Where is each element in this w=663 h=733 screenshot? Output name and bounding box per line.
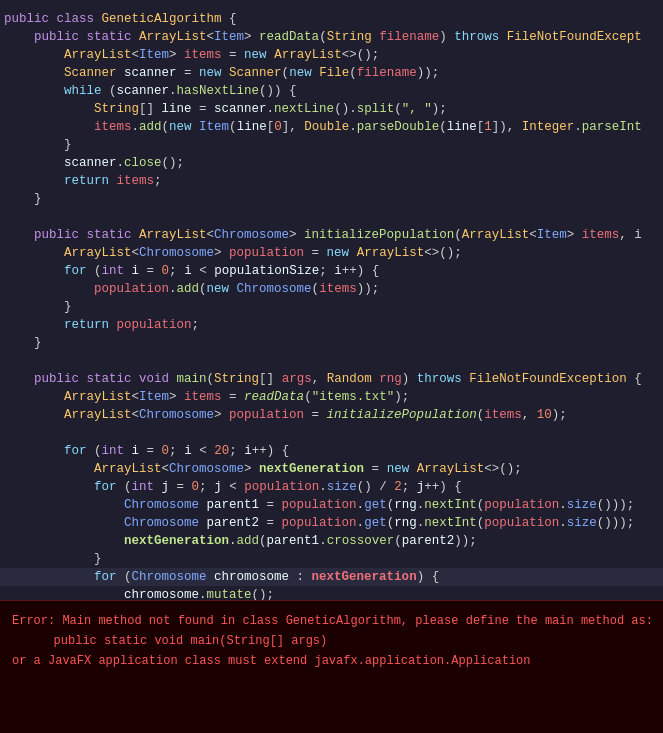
- code-line: [0, 424, 663, 442]
- code-line: public class GeneticAlgorithm {: [0, 10, 663, 28]
- code-line: [0, 208, 663, 226]
- code-line: Chromosome parent1 = population.get(rng.…: [0, 496, 663, 514]
- code-line: }: [0, 298, 663, 316]
- error-line-2: public static void main(String[] args): [12, 631, 651, 651]
- code-line: public static ArrayList<Chromosome> init…: [0, 226, 663, 244]
- error-line-3: or a JavaFX application class must exten…: [12, 651, 651, 671]
- code-line: Scanner scanner = new Scanner(new File(f…: [0, 64, 663, 82]
- code-line: nextGeneration.add(parent1.crossover(par…: [0, 532, 663, 550]
- code-line: ArrayList<Chromosome> population = new A…: [0, 244, 663, 262]
- code-line: ArrayList<Chromosome> population = initi…: [0, 406, 663, 424]
- code-editor: public class GeneticAlgorithm { public s…: [0, 0, 663, 600]
- code-line: for (int i = 0; i < 20; i++) {: [0, 442, 663, 460]
- code-line: }: [0, 334, 663, 352]
- code-line: return population;: [0, 316, 663, 334]
- code-line: }: [0, 190, 663, 208]
- code-line: Chromosome parent2 = population.get(rng.…: [0, 514, 663, 532]
- code-line: for (Chromosome chromosome : nextGenerat…: [0, 568, 663, 586]
- code-line: for (int i = 0; i < populationSize; i++)…: [0, 262, 663, 280]
- code-line: return items;: [0, 172, 663, 190]
- code-line: }: [0, 550, 663, 568]
- code-line: for (int j = 0; j < population.size() / …: [0, 478, 663, 496]
- error-line-1: Error: Main method not found in class Ge…: [12, 611, 651, 631]
- code-line: ArrayList<Item> items = new ArrayList<>(…: [0, 46, 663, 64]
- code-line: scanner.close();: [0, 154, 663, 172]
- code-line: [0, 352, 663, 370]
- code-line: chromosome.mutate();: [0, 586, 663, 600]
- code-line: population.add(new Chromosome(items));: [0, 280, 663, 298]
- code-line: while (scanner.hasNextLine()) {: [0, 82, 663, 100]
- code-line: public static ArrayList<Item> readData(S…: [0, 28, 663, 46]
- code-line: }: [0, 136, 663, 154]
- code-line: items.add(new Item(line[0], Double.parse…: [0, 118, 663, 136]
- code-line: ArrayList<Item> items = readData("items.…: [0, 388, 663, 406]
- code-line: ArrayList<Chromosome> nextGeneration = n…: [0, 460, 663, 478]
- error-output-panel: Error: Main method not found in class Ge…: [0, 600, 663, 733]
- code-line: String[] line = scanner.nextLine().split…: [0, 100, 663, 118]
- code-line: public static void main(String[] args, R…: [0, 370, 663, 388]
